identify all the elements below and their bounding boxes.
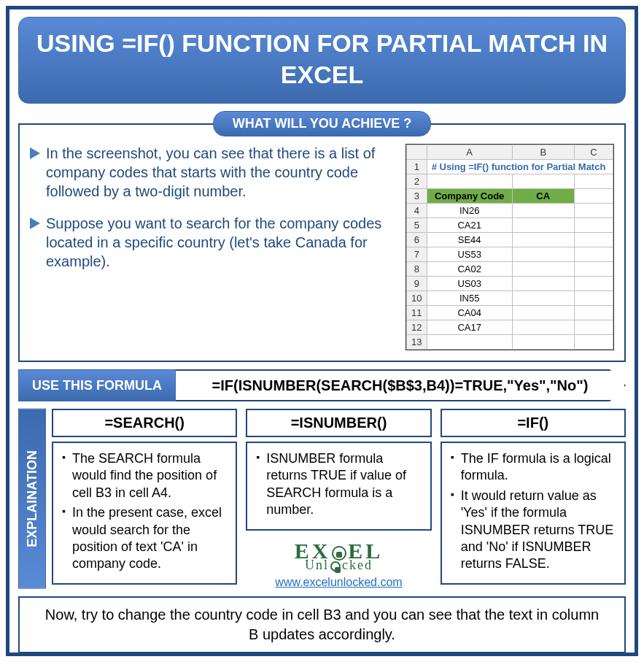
explain-col-isnumber: =ISNUMBER() ISNUMBER formula returns TRU… bbox=[246, 409, 431, 589]
excel-row-num: 7 bbox=[407, 247, 427, 262]
excel-row-num: 6 bbox=[407, 233, 427, 247]
explain-col-if: =IF() The IF formula is a logical formul… bbox=[441, 409, 626, 585]
brand-url-link[interactable]: www.excelunlocked.com bbox=[246, 576, 431, 589]
excel-row-num: 10 bbox=[407, 291, 427, 306]
explain-head-isnumber: =ISNUMBER() bbox=[246, 409, 431, 437]
excel-data-cell: CA21 bbox=[427, 218, 512, 233]
excel-row-num: 9 bbox=[407, 277, 427, 291]
lock-icon bbox=[330, 561, 341, 571]
excel-data-cell: US03 bbox=[427, 277, 512, 291]
bullet-text-2: Suppose you want to search for the compa… bbox=[46, 214, 395, 271]
formula-bar: USE THIS FORMULA =IF(ISNUMBER(SEARCH($B$… bbox=[18, 369, 626, 401]
excel-row-num: 1 bbox=[407, 160, 427, 174]
excel-row-num: 12 bbox=[407, 320, 427, 335]
explain-col-search: =SEARCH() The SEARCH formula would find … bbox=[52, 409, 237, 585]
triangle-bullet-icon bbox=[30, 218, 40, 229]
explanation-side-label: EXPLAINATION bbox=[18, 409, 46, 589]
excel-screenshot: A B C 1 # Using =IF() function for Parti… bbox=[406, 144, 614, 350]
bullet-text-1: In the screenshot, you can see that ther… bbox=[46, 144, 395, 201]
explain-if-item: It would return value as 'Yes' if the fo… bbox=[451, 488, 616, 573]
excel-corner-cell bbox=[407, 145, 427, 160]
excel-col-c: C bbox=[574, 145, 613, 160]
formula-text: =IF(ISNUMBER(SEARCH($B$3,B4))=TRUE,"Yes"… bbox=[174, 369, 626, 401]
footer-note: Now, try to change the country code in c… bbox=[18, 596, 626, 653]
explain-head-if: =IF() bbox=[441, 409, 626, 437]
page-title: USING =IF() FUNCTION FOR PARTIAL MATCH I… bbox=[18, 17, 626, 104]
subheading-what-achieve: WHAT WILL YOU ACHIEVE ? bbox=[213, 111, 431, 136]
formula-label: USE THIS FORMULA bbox=[18, 369, 176, 401]
excel-header-company-code: Company Code bbox=[427, 189, 512, 204]
excel-data-cell: US53 bbox=[427, 247, 512, 262]
excel-header-ca: CA bbox=[512, 189, 574, 204]
explain-isnumber-item: ISNUMBER formula returns TRUE if value o… bbox=[256, 450, 421, 519]
excel-row-num: 3 bbox=[407, 189, 427, 204]
excel-row-num: 13 bbox=[407, 335, 427, 350]
excel-row-num: 8 bbox=[407, 262, 427, 277]
explain-head-search: =SEARCH() bbox=[52, 409, 237, 437]
lock-icon bbox=[332, 546, 346, 561]
excel-row-num: 11 bbox=[407, 306, 427, 320]
excel-data-cell: CA02 bbox=[427, 262, 512, 277]
excel-data-cell: IN26 bbox=[427, 204, 512, 218]
excel-data-cell: IN55 bbox=[427, 291, 512, 306]
excel-row-num: 2 bbox=[407, 174, 427, 189]
excel-data-cell: CA17 bbox=[427, 320, 512, 335]
excel-data-cell: SE44 bbox=[427, 233, 512, 247]
excel-col-b: B bbox=[512, 145, 574, 160]
explain-search-item: The SEARCH formula would find the positi… bbox=[62, 450, 227, 501]
excel-title-cell: # Using =IF() function for Partial Match bbox=[427, 160, 613, 174]
excel-row-num: 5 bbox=[407, 218, 427, 233]
excel-data-cell: CA04 bbox=[427, 306, 512, 320]
excel-col-a: A bbox=[427, 145, 512, 160]
excel-row-num: 4 bbox=[407, 204, 427, 218]
achieve-section: In the screenshot, you can see that ther… bbox=[18, 123, 626, 362]
brand-logo: EX​EL Unlcked www.excelunlocked.com bbox=[246, 541, 431, 589]
explain-if-item: The IF formula is a logical formula. bbox=[451, 450, 616, 485]
triangle-bullet-icon bbox=[30, 147, 40, 159]
explain-search-item: In the present case, excel would search … bbox=[62, 504, 227, 573]
